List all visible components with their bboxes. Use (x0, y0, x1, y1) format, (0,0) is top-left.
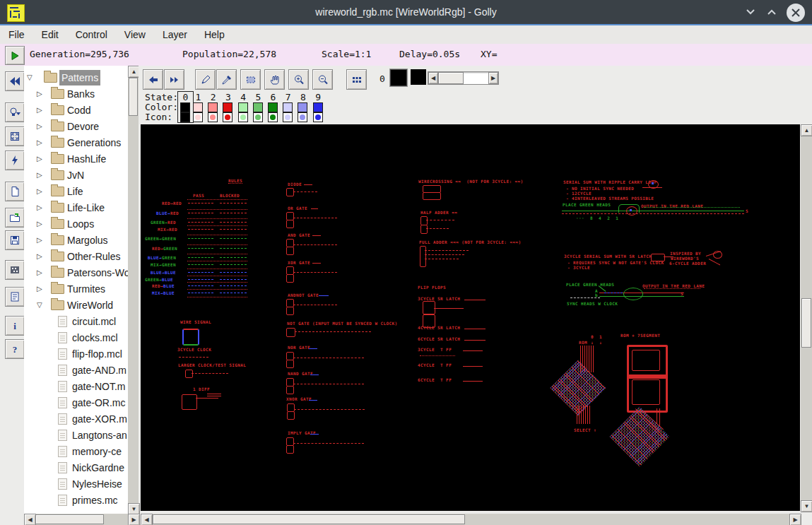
palette-color-8[interactable] (298, 102, 307, 112)
tree-collapsed-icon[interactable]: ▷ (37, 184, 42, 199)
palette-icon-4[interactable] (238, 112, 248, 122)
canvas-shape (220, 248, 247, 249)
faster-button[interactable] (5, 151, 25, 170)
palette-color-2[interactable] (208, 102, 218, 112)
canvas-vscrollbar[interactable]: ▲ ▼ (801, 124, 812, 511)
palette-state-2[interactable]: 2 (206, 92, 220, 102)
tree-collapsed-icon[interactable]: ▷ (37, 200, 42, 216)
scroll-left-icon[interactable]: ◀ (141, 514, 153, 525)
menu-item-view[interactable]: View (116, 25, 154, 44)
rewind-button[interactable] (5, 71, 25, 91)
tree-collapsed-icon[interactable]: ▷ (37, 167, 42, 183)
canvas-vscrollbar-thumb[interactable] (801, 298, 811, 348)
palette-icon-1[interactable] (193, 112, 203, 122)
new-pattern-button[interactable] (5, 182, 25, 201)
draw-button[interactable] (195, 69, 216, 90)
palette-color-6[interactable] (268, 102, 278, 112)
folder-icon (51, 154, 64, 164)
current-state-swatch[interactable] (390, 69, 407, 86)
pick-button[interactable] (216, 69, 237, 90)
slider-thumb[interactable] (438, 72, 464, 84)
maximize-button[interactable] (767, 3, 787, 23)
palette-color-3[interactable] (223, 102, 233, 112)
tree-vscrollbar[interactable]: ▲ ▼ (128, 66, 139, 514)
tree-hscrollbar-thumb[interactable] (35, 514, 104, 524)
palette-state-4[interactable]: 4 (236, 92, 251, 102)
menu-item-layer[interactable]: Layer (154, 25, 196, 44)
tree-collapsed-icon[interactable]: ▷ (37, 102, 42, 118)
fit-pattern-button[interactable] (5, 126, 25, 146)
run-button[interactable] (5, 46, 25, 65)
tree-collapsed-icon[interactable]: ▷ (37, 135, 42, 151)
palette-color-1[interactable] (193, 102, 203, 112)
palette-icon-9[interactable] (313, 112, 323, 122)
tree-collapsed-icon[interactable]: ▷ (37, 216, 42, 232)
tree-collapsed-icon[interactable]: ▷ (37, 249, 42, 264)
close-button[interactable] (787, 4, 805, 22)
tree-collapsed-icon[interactable]: ▷ (37, 86, 42, 102)
forward-button[interactable] (164, 69, 184, 90)
back-button[interactable] (143, 69, 163, 90)
palette-state-9[interactable]: 9 (311, 92, 326, 102)
palette-color-9[interactable] (313, 102, 323, 112)
icon-mode-button[interactable] (346, 69, 367, 90)
zoom-in-button[interactable] (288, 69, 309, 90)
tree-collapsed-icon[interactable]: ▷ (37, 151, 42, 167)
window-titlebar[interactable]: wireworld_rgb.mc [WireWorldRgb] - Golly (0, 0, 812, 25)
palette-icon-6[interactable] (268, 112, 278, 122)
move-button[interactable] (264, 69, 285, 90)
tree-expanded-icon[interactable]: ▽ (37, 297, 42, 313)
help-button[interactable]: ? (5, 339, 25, 359)
show-patterns-button[interactable] (5, 260, 25, 280)
canvas-label: BLUE→BLUE (151, 271, 176, 275)
palette-icon-3[interactable] (223, 112, 233, 122)
canvas-label: 6CYCLE T FF (418, 378, 452, 382)
scroll-left-icon[interactable]: ◀ (24, 514, 36, 525)
menu-item-file[interactable]: File (0, 25, 33, 44)
info-button[interactable]: i (5, 316, 25, 336)
canvas-hscrollbar-thumb[interactable] (153, 514, 465, 524)
select-button[interactable] (240, 69, 261, 90)
state-slider[interactable]: ◀ ▶ (428, 71, 499, 85)
tree-vscrollbar-thumb[interactable] (129, 78, 138, 116)
palette-color-4[interactable] (238, 102, 248, 112)
hash-menu-button[interactable] (5, 102, 25, 122)
palette-state-3[interactable]: 3 (220, 92, 235, 102)
pattern-canvas[interactable]: RULESPASSBLOCKEDRED→REDBLUE→REDGREEN→RED… (141, 124, 800, 511)
scroll-right-icon[interactable]: ▶ (128, 514, 140, 525)
palette-icon-2[interactable] (208, 112, 218, 122)
canvas-shape (188, 285, 213, 286)
minimize-button[interactable] (746, 3, 765, 23)
palette-icon-5[interactable] (253, 112, 263, 122)
tree-collapsed-icon[interactable]: ▷ (37, 232, 42, 248)
menu-item-edit[interactable]: Edit (33, 25, 67, 44)
open-pattern-button[interactable] (5, 208, 25, 228)
item-label: Life (67, 184, 83, 199)
zoom-out-button[interactable] (312, 69, 333, 90)
scroll-right-icon[interactable]: ▶ (789, 514, 801, 525)
palette-state-6[interactable]: 6 (266, 92, 281, 102)
palette-color-5[interactable] (253, 102, 263, 112)
tree-collapsed-icon[interactable]: ▷ (37, 281, 42, 297)
scale-status: Scale=1:1 (322, 49, 371, 59)
palette-color-7[interactable] (283, 102, 293, 112)
save-pattern-button[interactable] (5, 230, 25, 250)
tree-hscrollbar[interactable]: ◀ ▶ (24, 514, 139, 525)
palette-state-7[interactable]: 7 (281, 92, 295, 102)
menu-item-help[interactable]: Help (196, 25, 233, 44)
tree-collapsed-icon[interactable]: ▷ (37, 265, 42, 281)
scroll-down-icon[interactable]: ▼ (801, 500, 812, 512)
tree-collapsed-icon[interactable]: ▷ (37, 119, 42, 134)
canvas-hscrollbar[interactable]: ◀ ▶ (141, 514, 800, 525)
show-scripts-button[interactable] (5, 287, 25, 307)
tree-expanded-icon[interactable]: ▽ (27, 70, 33, 85)
palette-state-8[interactable]: 8 (295, 92, 310, 102)
canvas-shape (632, 379, 660, 405)
scroll-up-icon[interactable]: ▲ (801, 124, 812, 136)
palette-icon-8[interactable] (298, 112, 307, 122)
menu-item-control[interactable]: Control (67, 25, 116, 44)
slider-left-icon[interactable]: ◀ (428, 72, 438, 84)
palette-icon-7[interactable] (283, 112, 293, 122)
palette-state-5[interactable]: 5 (251, 92, 266, 102)
slider-right-icon[interactable]: ▶ (488, 72, 498, 84)
